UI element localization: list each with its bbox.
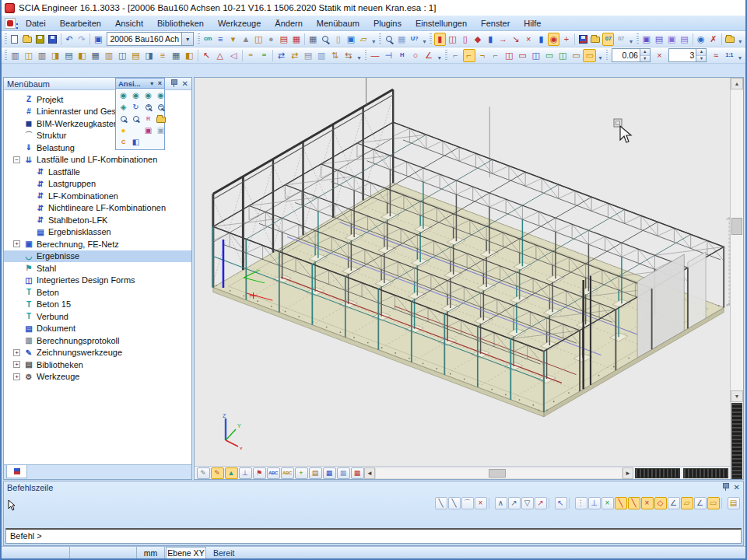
sidebar-item-lf-kombinationen[interactable]: ⇵LF-Kombinationen xyxy=(4,190,191,202)
clip-c-icon[interactable]: C xyxy=(118,137,129,148)
copy-4-icon[interactable]: ▤ xyxy=(679,33,690,46)
menu-item-fenster[interactable]: Fenster xyxy=(474,17,517,30)
display-axes-icon[interactable]: ▦ xyxy=(89,49,102,62)
view-save-icon[interactable] xyxy=(156,114,167,124)
swap-leftright-icon[interactable]: ⇆ xyxy=(342,49,354,62)
clean-tool-icon[interactable]: ✗ xyxy=(707,33,719,46)
expand-toggle[interactable]: + xyxy=(13,361,20,368)
copy-1-icon[interactable]: ▣ xyxy=(640,33,652,46)
view-top-icon[interactable]: ◉ xyxy=(143,90,154,101)
zoom-out-icon[interactable] xyxy=(156,102,167,113)
draw-circle-icon[interactable]: ○ xyxy=(409,49,422,62)
command-input[interactable]: Befehl > xyxy=(5,528,742,544)
member-column-icon[interactable]: ▮ xyxy=(434,33,446,46)
scroll-down-button[interactable]: ▼ xyxy=(731,390,743,402)
snap-settings-icon[interactable]: ▤ xyxy=(728,497,740,509)
snap-tangent-icon[interactable]: ▱ xyxy=(681,497,693,509)
view-front-icon[interactable]: ◉ xyxy=(118,90,129,101)
member-move-icon[interactable]: → xyxy=(497,33,509,46)
clip-box-icon[interactable]: ◧ xyxy=(131,137,142,148)
document-gray-icon[interactable]: ▯ xyxy=(332,33,344,46)
move-cross-icon[interactable]: + xyxy=(560,33,572,46)
display-nodes-icon[interactable]: ◧ xyxy=(75,49,88,62)
menu-item-einstellungen[interactable]: Einstellungen xyxy=(409,17,474,30)
angle-step-icon[interactable]: × xyxy=(653,49,665,62)
member-plate-icon[interactable]: ▮ xyxy=(485,33,496,46)
snap-edge-icon[interactable]: ↗ xyxy=(508,497,521,509)
vscroll-thumb[interactable] xyxy=(731,218,742,235)
zoom-selection-icon[interactable]: R xyxy=(143,114,154,124)
deselect-icon[interactable]: ◁ xyxy=(227,49,240,62)
copy-2-icon[interactable]: ▤ xyxy=(653,33,665,46)
snap-line-mid-icon[interactable]: ╲ xyxy=(448,497,461,509)
spinner-down-icon[interactable]: ▼ xyxy=(696,56,706,62)
display-render-icon[interactable]: ▤ xyxy=(129,49,142,62)
window-layout-icon[interactable]: ▣ xyxy=(93,33,104,46)
spinner-up-icon[interactable]: ▲ xyxy=(640,49,650,56)
select-single-icon[interactable]: ↖ xyxy=(200,49,212,62)
mode-select-7-icon[interactable]: ◫ xyxy=(530,49,542,62)
save-all-icon[interactable] xyxy=(34,33,46,46)
grid-view-3-icon[interactable]: ▦ xyxy=(351,467,364,479)
close-icon[interactable]: × xyxy=(158,79,162,87)
sidebar-item-ergebnisse[interactable]: ◡Ergebnisse xyxy=(4,250,191,263)
member-node-icon[interactable]: ◆ xyxy=(472,33,483,46)
snap-plane-icon[interactable]: ▽ xyxy=(521,497,534,509)
materials-icon[interactable]: ≡ xyxy=(215,33,226,46)
member-rib-icon[interactable]: ▯ xyxy=(459,33,471,46)
close-icon[interactable]: ✕ xyxy=(734,484,740,492)
context-help-icon[interactable]: U? xyxy=(409,33,420,46)
mode-select-3-icon[interactable]: ¬ xyxy=(476,49,489,62)
grid-view-1-icon[interactable]: ▦ xyxy=(323,467,336,479)
toolbar-overflow-button[interactable]: ▾ xyxy=(355,49,363,61)
zoom-document-icon[interactable] xyxy=(383,33,395,46)
pin-icon[interactable] xyxy=(170,79,177,88)
display-sections-icon[interactable]: ◫ xyxy=(23,49,35,62)
grid-step-arrows[interactable]: ▲▼ xyxy=(696,49,706,61)
grid-view-2-icon[interactable]: ▦ xyxy=(337,467,350,479)
sidebar-item-ergebnisklassen[interactable]: ▤Ergebnisklassen xyxy=(4,226,191,239)
menu-item-plugins[interactable]: Plugins xyxy=(366,17,409,30)
filter-glasses-a-icon[interactable]: ∞ xyxy=(244,49,257,62)
spinner-up-icon[interactable]: ▲ xyxy=(696,49,706,56)
names-abc-selected-icon[interactable]: ABC xyxy=(281,467,294,479)
expand-toggle[interactable]: + xyxy=(13,349,20,356)
graphics-viewport[interactable]: Z Y x ▲ ▼ ✎✎▲⊥⚑ABCABC+▤▦▦▦ ◄ xyxy=(194,77,744,480)
snap-grid-dots-icon[interactable]: ⋮ xyxy=(575,497,587,509)
menu-item-bearbeiten[interactable]: Bearbeiten xyxy=(53,17,108,30)
menu-item-werkzeuge[interactable]: Werkzeuge xyxy=(211,17,268,30)
member-active-icon[interactable]: ◉ xyxy=(548,33,559,46)
view-axo-icon[interactable]: ◉ xyxy=(156,90,167,101)
panels-2-icon[interactable]: ▦ xyxy=(290,33,302,46)
print-preview-icon[interactable] xyxy=(320,33,331,46)
toolbar-overflow-button[interactable]: ▾ xyxy=(436,49,444,61)
image-capture-2-icon[interactable]: ▣ xyxy=(156,125,167,136)
draw-line-icon[interactable]: — xyxy=(369,49,381,62)
local-axes-icon[interactable]: + xyxy=(295,467,308,479)
display-profiles-icon[interactable]: ▥ xyxy=(9,49,21,62)
display-grid-icon[interactable]: ▦ xyxy=(170,49,182,62)
mode-select-4-icon[interactable]: ⌐ xyxy=(489,49,502,62)
display-supports-icon[interactable]: ▥ xyxy=(36,49,48,62)
status-cell-ebene-xy[interactable]: Ebene XY xyxy=(166,547,206,559)
sidebar-item-berechnungsprotokoll[interactable]: ▥Berechnungsprotokoll xyxy=(4,334,191,347)
snap-ortho-icon[interactable]: ⊥ xyxy=(588,497,601,509)
expand-toggle[interactable]: − xyxy=(13,156,20,163)
open-extra-icon[interactable] xyxy=(724,33,736,46)
pin-icon[interactable] xyxy=(722,483,729,492)
snap-point-icon[interactable]: ↗ xyxy=(535,497,547,509)
open-project-icon[interactable] xyxy=(21,33,33,46)
pair-move-icon[interactable]: ⇄ xyxy=(289,49,301,62)
report-icon[interactable]: ▱ xyxy=(358,33,370,46)
scale-tool-icon[interactable]: 1:1 xyxy=(723,49,735,62)
toolbar-overflow-button[interactable]: ▾ xyxy=(596,49,604,61)
expand-toggle[interactable]: + xyxy=(13,373,20,380)
draw-dimension-icon[interactable]: ⊣ xyxy=(382,49,395,62)
sidebar-item-integriertes-design-forms[interactable]: ◫Integriertes Design Forms xyxy=(4,275,191,287)
cross-sections-icon[interactable]: cm xyxy=(202,33,213,46)
scroll-right-button[interactable]: ► xyxy=(622,467,633,479)
sidebar-item-dokument[interactable]: ▤Dokument xyxy=(4,323,191,335)
render-mode-icon[interactable]: ✎ xyxy=(211,467,224,479)
snap-off-icon[interactable]: × xyxy=(475,497,487,509)
display-model-icon[interactable]: ▥ xyxy=(103,49,115,62)
